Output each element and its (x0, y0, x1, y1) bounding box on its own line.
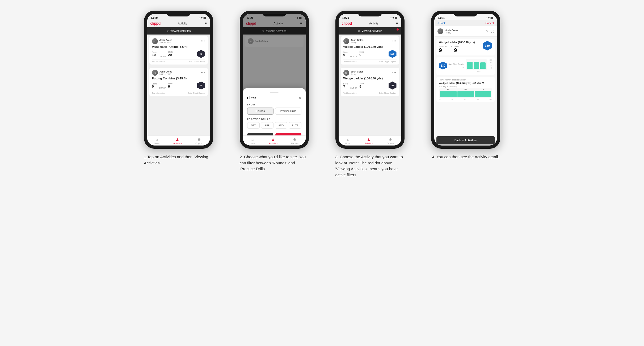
detail-user-row-4: JC Josh Coles Today ✎ ⛶ (434, 26, 497, 37)
nav-home-2[interactable]: ⌂ Home (250, 137, 255, 144)
modal-header-2: Filter ✕ (247, 96, 301, 100)
modal-handle-2 (270, 92, 279, 93)
user-date-3a: Today (351, 41, 364, 44)
detail-header-4: < Back Cancel (434, 20, 497, 26)
nav-activities-3[interactable]: ♟ Activities (365, 137, 373, 144)
practice-btn-2[interactable]: Practice Drills (275, 108, 301, 115)
stat-shots-1b: Shots 9 (168, 83, 173, 88)
score-val-3b: 7 (343, 85, 348, 88)
phone-3: 13:20 ▪▪ ≎ ⬛ clippd Activity ≡ ⚙ Viewing… (335, 11, 405, 149)
avatar-name-3a: JC Josh Coles Today (343, 38, 364, 44)
stats-row-3a: Score 9 OUT OF Shots 9 130 (343, 50, 397, 58)
nav-activities-1[interactable]: ♟ Activities (173, 137, 182, 144)
more-dots-1b[interactable]: ••• (201, 71, 205, 75)
outof-big-4: OUT OF (445, 45, 452, 47)
nav-activities-2[interactable]: ♟ Activities (269, 137, 277, 144)
quality-badge-3a: 130 (389, 50, 397, 58)
shots-label-1a: Shots (168, 51, 173, 53)
viewing-bar-3[interactable]: ⚙ Viewing Activities (339, 27, 401, 35)
user-date-3b: Today (351, 73, 364, 75)
step-2-column: 13:21 ▪▪ ≎ ⬛ clippd Activity ≡ ⚙ Viewing… (232, 11, 317, 178)
shots-section-label-4: Shots (454, 45, 459, 47)
step-desc-1: 1.Tap on Activities and then 'Viewing Ac… (144, 154, 213, 166)
capture-icon-2: ⊕ (293, 137, 296, 142)
nav-home-3[interactable]: ⌂ Home (345, 137, 351, 144)
back-btn-4[interactable]: < Back (437, 22, 446, 25)
shots-val-1b: 9 (168, 84, 173, 88)
drill-title-1a: Must Make Putting (3-6 ft) (152, 45, 205, 48)
drill-buttons-2: OTT APP ARG PUTT (247, 122, 301, 129)
edit-icon-4[interactable]: ✎ (486, 29, 489, 33)
menu-icon-1[interactable]: ≡ (204, 21, 207, 25)
chart-area-4: 130 Avg Shot Quality 130 (436, 57, 495, 75)
user-date-1a: 28 Feb 2023 (159, 41, 172, 44)
nav-capture-1[interactable]: ⊕ Capture (195, 137, 203, 144)
shots-label-3b: Shots (359, 83, 364, 84)
more-dots-1a[interactable]: ••• (201, 39, 205, 43)
footer-left-1b: Test Information (152, 92, 165, 94)
avatar-1a: JC (152, 38, 158, 44)
menu-icon-3[interactable]: ≡ (396, 21, 398, 25)
user-name-3a: Josh Coles (351, 39, 364, 41)
bottom-nav-2: ⌂ Home ♟ Activities ⊕ Capture (243, 135, 306, 146)
nav-capture-label-3: Capture (387, 142, 394, 144)
activity-card-1b[interactable]: JC Josh Coles 28 Feb 2023 ••• Putting Co… (149, 68, 208, 96)
card-header-1b: JC Josh Coles 28 Feb 2023 ••• (152, 70, 205, 76)
stat-shots-1a: Shots 20 (168, 51, 173, 57)
outof-1a: OUT OF (159, 55, 166, 57)
cancel-btn-4[interactable]: Cancel (485, 22, 494, 25)
expand-icon-4[interactable]: ⛶ (491, 29, 494, 33)
outof-3a: OUT OF (350, 55, 357, 57)
page-container: 13:20 ▪▪ ≎ ⬛ clippd Activity ≡ ⚙ Viewing… (136, 11, 508, 178)
detail-content-4: Wedge Ladder (100-140 yds) Score 9 OUT O… (434, 37, 497, 135)
score-val-3a: 9 (343, 53, 348, 57)
score-big-4: 9 (439, 47, 442, 53)
session-bar-2: 129 (457, 91, 474, 97)
nav-capture-2[interactable]: ⊕ Capture (291, 137, 298, 144)
step-3-column: 13:20 ▪▪ ≎ ⬛ clippd Activity ≡ ⚙ Viewing… (327, 11, 413, 178)
nav-home-1[interactable]: ⌂ Home (154, 137, 159, 144)
activity-card-3a[interactable]: JC Josh Coles Today ••• Wedge Ladder (10… (341, 36, 399, 65)
session-bar-1: 132 (440, 91, 457, 97)
outof-1b: OUT OF (159, 87, 166, 89)
back-to-activities-btn-4[interactable]: Back to Activities (436, 136, 495, 144)
detail-user-info-4: JC Josh Coles Today (437, 28, 458, 34)
status-icons-3: ▪▪ ≎ ⬛ (390, 17, 397, 19)
activities-icon-3: ♟ (367, 137, 371, 142)
detail-actions-4: ✎ ⛶ (486, 29, 494, 33)
quality-big-badge-4: 130 (483, 41, 492, 50)
user-info-3a: Josh Coles Today (351, 39, 364, 44)
header-title-3: Activity (369, 22, 378, 25)
user-info-1a: Josh Coles 28 Feb 2023 (159, 39, 172, 44)
modal-close-2[interactable]: ✕ (298, 96, 301, 100)
app-btn-2[interactable]: APP (261, 122, 273, 129)
show-label-2: Show (247, 103, 301, 106)
quality-badge-3b: 118 (389, 82, 397, 89)
activity-card-3b[interactable]: JC Josh Coles Today ••• Wedge Ladder (10… (341, 68, 399, 96)
viewing-bar-1[interactable]: ⚙ Viewing Activities (147, 27, 210, 35)
user-date-4: Today (445, 32, 458, 34)
more-dots-3a[interactable]: ••• (392, 39, 397, 43)
stat-shots-3b: Shots 9 (359, 83, 364, 88)
chart-bar-3 (480, 62, 486, 69)
bottom-nav-3: ⌂ Home ♟ Activities ⊕ Capture (339, 135, 401, 146)
home-icon-1: ⌂ (156, 137, 158, 142)
shots-big-4: 9 (454, 47, 457, 53)
activity-card-1a[interactable]: JC Josh Coles 28 Feb 2023 ••• Must Make … (149, 36, 208, 65)
arg-btn-2[interactable]: ARG (275, 122, 287, 129)
activities-icon-1: ♟ (176, 137, 179, 142)
nav-capture-3[interactable]: ⊕ Capture (387, 137, 394, 144)
footer-right-3a: Data: Clippd Capture (379, 61, 396, 62)
rounds-btn-2[interactable]: Rounds (247, 108, 273, 115)
nav-home-label-3: Home (345, 142, 351, 144)
step-desc-3: 3. Choose the Activity that you want to … (335, 154, 405, 178)
phone-1-notch (167, 11, 191, 16)
putt-btn-2[interactable]: PUTT (289, 122, 301, 129)
nav-home-label-2: Home (250, 142, 255, 144)
user-name-1b: Josh Coles (159, 70, 172, 73)
detail-score-card-4: Wedge Ladder (100-140 yds) Score 9 OUT O… (436, 39, 495, 55)
ott-btn-2[interactable]: OTT (247, 122, 260, 129)
card-footer-3a: Test Information Data: Clippd Capture (343, 59, 397, 62)
more-dots-3b[interactable]: ••• (392, 71, 397, 75)
nav-activities-label-1: Activities (173, 142, 182, 144)
